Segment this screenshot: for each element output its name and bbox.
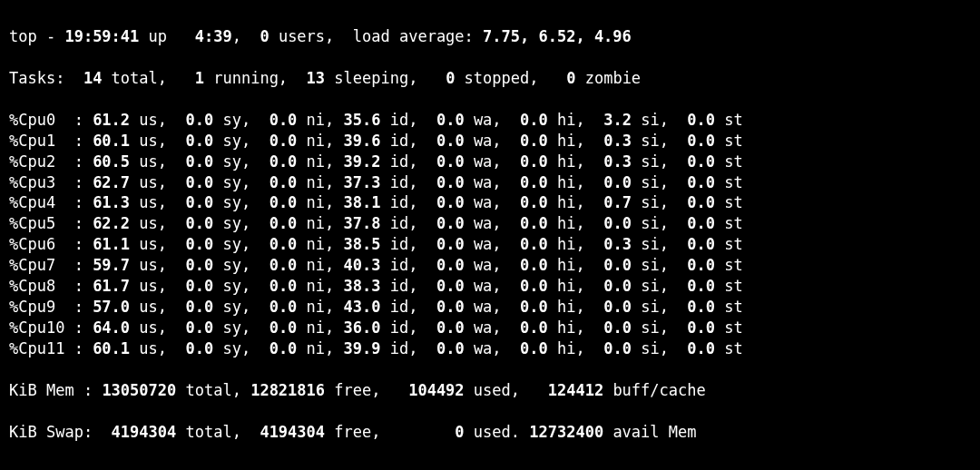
cpu-wa: 0.0	[417, 193, 464, 211]
cpu-us: 62.2	[83, 214, 130, 232]
cpu-si: 0.3	[585, 132, 632, 150]
swap-label: KiB Swap:	[9, 423, 93, 441]
cpu-id: 35.6	[334, 111, 380, 129]
cpu-id: 39.6	[334, 132, 380, 150]
tasks-zombie: 0	[566, 69, 575, 87]
cpu-st: 0.0	[669, 152, 715, 171]
tasks-running: 1	[195, 69, 204, 87]
tasks-sleeping: 13	[307, 69, 325, 87]
cpu-line: %Cpu10 : 64.0 us, 0.0 sy, 0.0 ni, 36.0 i…	[9, 318, 973, 338]
cpu-st: 0.0	[669, 256, 715, 274]
cpu-sy: 0.0	[167, 235, 213, 253]
cpu-wa: 0.0	[417, 173, 464, 191]
cpu-id: 39.2	[334, 152, 380, 171]
cpu-sy: 0.0	[167, 173, 213, 191]
swap-avail: 12732400	[529, 423, 603, 441]
cpu-us: 61.2	[83, 111, 130, 129]
cpu-si: 3.2	[585, 111, 632, 129]
cpu-id: 37.3	[334, 173, 380, 191]
users-sep: ,	[232, 27, 260, 45]
cpu-line: %Cpu1 : 60.1 us, 0.0 sy, 0.0 ni, 39.6 id…	[9, 131, 973, 152]
cpu-name: %Cpu2 :	[9, 152, 83, 171]
cpu-ni: 0.0	[250, 318, 297, 337]
cpu-hi: 0.0	[502, 132, 548, 150]
cpu-hi: 0.0	[502, 256, 548, 274]
cpu-name: %Cpu1 :	[9, 132, 83, 150]
cpu-line: %Cpu5 : 62.2 us, 0.0 sy, 0.0 ni, 37.8 id…	[9, 213, 973, 234]
swap-free: 4194304	[260, 423, 325, 441]
cpu-wa: 0.0	[417, 235, 464, 253]
cpu-wa: 0.0	[417, 256, 464, 274]
mem-buff: 124412	[548, 381, 603, 399]
cpu-ni: 0.0	[250, 298, 297, 316]
tasks-label: Tasks:	[9, 69, 64, 87]
blank-line	[9, 464, 973, 470]
cpu-name: %Cpu6 :	[9, 235, 83, 253]
cpu-line: %Cpu8 : 61.7 us, 0.0 sy, 0.0 ni, 38.3 id…	[9, 276, 973, 297]
cpu-st: 0.0	[669, 173, 715, 191]
cpu-hi: 0.0	[502, 111, 548, 129]
users-label: users, load average:	[270, 27, 483, 45]
cpu-sy: 0.0	[167, 256, 213, 274]
cpu-sy: 0.0	[167, 152, 213, 171]
cpu-id: 38.5	[334, 235, 380, 253]
cpu-sy: 0.0	[167, 298, 213, 316]
cpu-wa: 0.0	[417, 214, 464, 232]
cpu-sy: 0.0	[167, 111, 213, 129]
cpu-sy: 0.0	[167, 193, 213, 211]
cpu-us: 57.0	[83, 298, 130, 316]
cpu-ni: 0.0	[250, 132, 297, 150]
cpu-hi: 0.0	[502, 152, 548, 171]
cpu-us: 60.1	[83, 339, 130, 357]
tasks-total: 14	[64, 69, 102, 87]
cpu-si: 0.7	[585, 193, 632, 211]
cpu-si: 0.0	[585, 339, 632, 357]
mem-label: KiB Mem :	[9, 381, 93, 399]
cpu-hi: 0.0	[502, 214, 548, 232]
cpu-us: 59.7	[83, 256, 130, 274]
cpu-line: %Cpu11 : 60.1 us, 0.0 sy, 0.0 ni, 39.9 i…	[9, 338, 973, 359]
cpu-si: 0.0	[585, 298, 632, 316]
cpu-ni: 0.0	[250, 277, 297, 295]
cpu-st: 0.0	[669, 339, 715, 357]
cpu-id: 39.9	[334, 339, 380, 357]
cpu-name: %Cpu3 :	[9, 173, 83, 191]
cpu-wa: 0.0	[417, 339, 464, 357]
mem-total: 13050720	[102, 381, 176, 399]
cpu-sy: 0.0	[167, 339, 213, 357]
tasks-line: Tasks: 14 total, 1 running, 13 sleeping,…	[9, 68, 973, 89]
cpu-us: 61.7	[83, 277, 130, 295]
cpu-name: %Cpu11 :	[9, 339, 83, 357]
swap-total: 4194304	[112, 423, 177, 441]
cpu-si: 0.0	[585, 318, 632, 337]
cpu-si: 0.0	[585, 214, 632, 232]
top-prefix: top -	[9, 27, 64, 45]
cpu-sy: 0.0	[167, 132, 213, 150]
cpu-ni: 0.0	[250, 173, 297, 191]
cpu-hi: 0.0	[502, 173, 548, 191]
cpu-id: 37.8	[334, 214, 380, 232]
cpu-sy: 0.0	[167, 318, 213, 337]
cpu-si: 0.3	[585, 152, 632, 171]
cpu-hi: 0.0	[502, 298, 548, 316]
cpu-wa: 0.0	[417, 132, 464, 150]
cpu-st: 0.0	[669, 235, 715, 253]
cpu-name: %Cpu4 :	[9, 193, 83, 211]
cpu-line: %Cpu0 : 61.2 us, 0.0 sy, 0.0 ni, 35.6 id…	[9, 110, 973, 131]
cpu-us: 61.3	[83, 193, 130, 211]
cpu-hi: 0.0	[502, 277, 548, 295]
cpu-line: %Cpu9 : 57.0 us, 0.0 sy, 0.0 ni, 43.0 id…	[9, 297, 973, 318]
time-value: 19:59:41	[64, 27, 139, 45]
cpu-st: 0.0	[669, 298, 715, 316]
cpu-ni: 0.0	[250, 111, 297, 129]
cpu-st: 0.0	[669, 214, 715, 232]
cpu-id: 38.1	[334, 193, 380, 211]
cpu-us: 64.0	[83, 318, 130, 337]
cpu-ni: 0.0	[250, 256, 297, 274]
cpu-si: 0.0	[585, 277, 632, 295]
cpu-wa: 0.0	[417, 152, 464, 171]
cpu-st: 0.0	[669, 193, 715, 211]
terminal-output: top - 19:59:41 up 4:39, 0 users, load av…	[0, 0, 980, 470]
cpu-wa: 0.0	[417, 298, 464, 316]
cpu-st: 0.0	[669, 111, 715, 129]
